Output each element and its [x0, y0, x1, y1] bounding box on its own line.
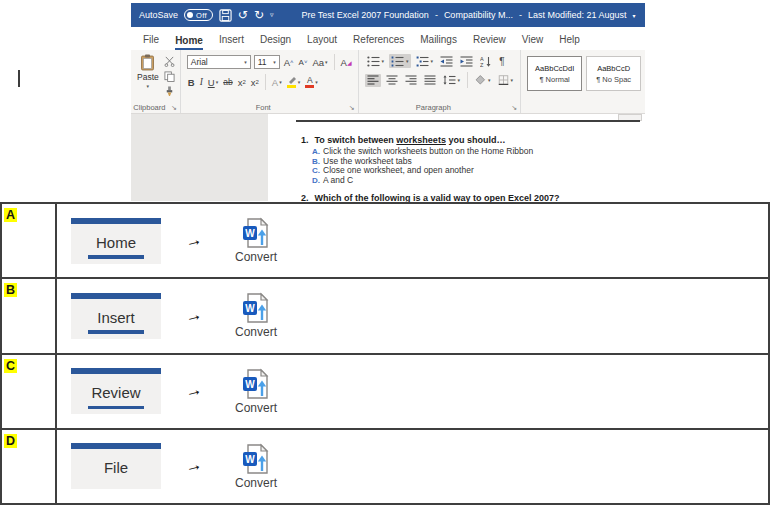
home-tab-image: Home [71, 218, 161, 264]
maps-to-arrow-icon: → [183, 379, 204, 403]
answer-letter: D [4, 434, 17, 448]
paragraph-dialog-launcher-icon[interactable]: ↘ [511, 104, 517, 112]
cut-icon[interactable] [164, 56, 175, 67]
paste-button[interactable]: Paste ▾ [137, 54, 159, 100]
bullet-list-icon [367, 56, 380, 67]
align-center-button[interactable] [384, 74, 400, 87]
increase-indent-button[interactable] [458, 54, 475, 68]
style-normal[interactable]: AaBbCcDdI ¶ Normal [527, 56, 582, 91]
paste-caret-icon: ▾ [147, 83, 150, 89]
sort-button[interactable]: A Z [478, 54, 494, 68]
show-paragraph-marks-button[interactable]: ¶ [497, 54, 506, 68]
svg-text:W: W [245, 454, 255, 465]
titlebar: AutoSave Off ↺ ↻ ▿ Pre Test Excel 2007 F… [131, 3, 645, 27]
paragraph-group-label: Paragraph [359, 103, 509, 112]
shading-icon [475, 75, 486, 85]
italic-button[interactable]: I [199, 77, 204, 87]
convert-item: W Convert [228, 292, 284, 339]
tab-view[interactable]: View [522, 34, 544, 50]
compatibility-mode-label: Compatibility M... [444, 10, 513, 20]
tab-mailings[interactable]: Mailings [420, 34, 457, 50]
undo-icon[interactable]: ↺ [238, 9, 248, 21]
tab-design[interactable]: Design [260, 34, 291, 50]
table-row-d: D File → W Convert [2, 430, 768, 503]
tab-references[interactable]: References [353, 34, 404, 50]
format-painter-icon[interactable] [164, 86, 175, 97]
numbered-list-icon [391, 56, 404, 67]
align-left-button[interactable] [365, 74, 381, 87]
redo-icon[interactable]: ↻ [254, 9, 264, 21]
title-caret-icon[interactable]: ▾ [632, 12, 635, 19]
svg-text:W: W [245, 228, 255, 239]
clipboard-dialog-launcher-icon[interactable]: ↘ [171, 104, 177, 112]
answers-table: A Home → W [0, 202, 770, 505]
font-color-button[interactable]: A ▾ [304, 76, 319, 88]
text-effects-button[interactable]: A ▾ [271, 77, 283, 88]
tab-review[interactable]: Review [473, 34, 506, 50]
svg-text:W: W [245, 303, 255, 314]
tab-layout[interactable]: Layout [307, 34, 337, 50]
quiz-question-1-options: A.Click the switch worksheets button on … [312, 147, 533, 185]
font-group-label: Font [181, 103, 346, 112]
font-color-swatch [305, 85, 314, 88]
answer-letter-cell[interactable]: B [2, 279, 57, 352]
word-convert-icon: W [241, 292, 271, 324]
font-group: Arial ▾ 11 ▾ A˄ A˅ Aa ▾ [181, 50, 359, 113]
justify-button[interactable] [422, 74, 438, 87]
answer-letter: A [4, 208, 17, 222]
align-right-button[interactable] [403, 74, 419, 87]
autosave-label: AutoSave [139, 10, 178, 20]
change-case-button[interactable]: Aa ▾ [311, 57, 328, 68]
table-row-c: C Review → W [2, 355, 768, 430]
strikethrough-button[interactable]: ab [222, 77, 233, 87]
convert-label: Convert [235, 250, 277, 264]
style-no-spacing[interactable]: AaBbCcD ¶ No Spac [586, 56, 641, 91]
line-spacing-button[interactable]: ▾ [441, 74, 463, 87]
title-text: Pre Test Excel 2007 Foundation [301, 10, 428, 20]
tab-home[interactable]: Home [175, 35, 203, 51]
quick-access-more-icon[interactable]: ▿ [270, 9, 274, 21]
font-name-combo[interactable]: Arial ▾ [187, 55, 251, 69]
tab-file[interactable]: File [143, 34, 159, 50]
save-icon[interactable] [219, 9, 232, 22]
file-tab-image: File [71, 443, 161, 489]
superscript-button[interactable]: x2 [250, 77, 260, 88]
font-size-combo[interactable]: 11 ▾ [254, 55, 280, 69]
underline-button[interactable]: U ▾ [207, 77, 219, 88]
borders-button[interactable]: ▾ [496, 74, 516, 87]
decrease-indent-button[interactable] [438, 54, 455, 68]
highlight-color-button[interactable]: ▾ [286, 76, 302, 88]
clear-formatting-button[interactable]: A◢ [340, 57, 353, 68]
answer-letter-cell[interactable]: D [2, 430, 57, 503]
svg-text:Z: Z [480, 62, 484, 67]
convert-item: W Convert [228, 368, 284, 415]
word-convert-icon: W [241, 368, 271, 400]
convert-item: W Convert [228, 217, 284, 264]
clipboard-icon [140, 54, 155, 71]
grow-font-button[interactable]: A˄ [283, 57, 295, 68]
decrease-indent-icon [440, 56, 453, 67]
shrink-font-button[interactable]: A˅ [298, 58, 309, 67]
answer-letter-cell[interactable]: C [2, 355, 57, 428]
clipboard-group-label: Clipboard [131, 103, 168, 112]
autosave-toggle[interactable]: Off [184, 9, 213, 21]
toggle-dot-icon [187, 12, 193, 18]
tab-help[interactable]: Help [559, 34, 580, 50]
clipboard-group: Paste ▾ [131, 50, 181, 113]
shading-button[interactable]: ▾ [473, 74, 493, 87]
answer-content-cell: Review → W Convert [57, 355, 768, 428]
bullets-button[interactable]: ▾ [365, 54, 387, 68]
font-dialog-launcher-icon[interactable]: ↘ [349, 104, 355, 112]
last-modified-label[interactable]: Last Modified: 21 August [528, 10, 627, 20]
numbering-button[interactable]: ▾ [389, 54, 411, 68]
justify-icon [424, 75, 436, 85]
multilevel-list-button[interactable]: ▾ [414, 54, 436, 68]
tab-underline-bar [88, 330, 144, 334]
bold-button[interactable]: B [187, 77, 196, 88]
subscript-button[interactable]: x2 [237, 77, 247, 88]
copy-icon[interactable] [164, 71, 175, 82]
answer-letter-cell[interactable]: A [2, 204, 57, 277]
autosave-state: Off [196, 11, 207, 20]
combo-caret-icon: ▾ [244, 59, 247, 65]
tab-insert[interactable]: Insert [219, 34, 244, 50]
